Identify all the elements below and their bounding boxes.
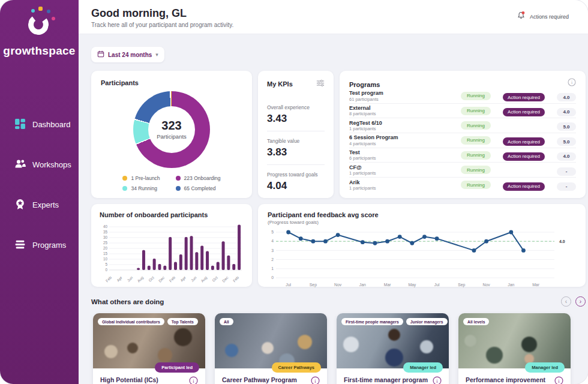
photo-blob — [104, 345, 118, 358]
feedback-chart-card: Participant end feedback avg score (Prog… — [258, 204, 586, 287]
svg-text:10: 10 — [103, 257, 108, 261]
action-required-badge[interactable]: Action required — [503, 182, 545, 191]
legend-label: 34 Running — [131, 185, 157, 191]
sidebar: growthspace DashboardWorkshopsExpertsPro… — [0, 0, 79, 384]
legend-item: 34 Running — [122, 185, 160, 191]
kpi-list: Overall experience3.43Tangible value3.83… — [267, 98, 325, 198]
table-row[interactable]: 6 Session Program4 participantsRunningAc… — [349, 133, 576, 148]
table-row[interactable]: Test program61 participantsRunningAction… — [349, 89, 576, 104]
feedback-line-chart[interactable]: 012345JulSepNovJanMarMayJulSepNovJanMar4… — [268, 226, 576, 293]
score-slot: 5.0 — [557, 120, 576, 131]
onboarded-bar-chart[interactable]: 0510152025303540FebAprJunAugOctDecFebApr… — [100, 222, 244, 288]
workshops-people-icon — [14, 158, 26, 170]
kpi-item: Tangible value3.83 — [267, 131, 325, 165]
legend-dot — [176, 176, 181, 181]
date-range-label: Last 24 months — [108, 52, 152, 58]
score-badge: - — [557, 182, 576, 191]
info-icon[interactable]: i — [189, 376, 198, 384]
svg-text:4: 4 — [271, 239, 274, 243]
program-title-row: First-time manager programi — [344, 376, 442, 384]
program-name: CF@ — [349, 164, 461, 170]
info-icon[interactable]: i — [433, 376, 442, 384]
action-slot: Action required — [497, 135, 551, 146]
program-suggestion-card[interactable]: All levelsManager ledPerformance improve… — [458, 313, 571, 384]
program-name-cell: External8 participants — [349, 105, 461, 116]
action-required-badge[interactable]: Action required — [503, 152, 545, 161]
table-row[interactable]: External8 participantsRunningAction requ… — [349, 104, 576, 119]
audience-tags: All — [220, 318, 233, 325]
legend-label: 65 Completed — [184, 185, 216, 191]
carousel-next-button[interactable]: › — [575, 296, 586, 307]
page-title: Good morning, GL — [91, 7, 187, 20]
program-suggestion-card[interactable]: AllCareer PathwaysCareer Pathway Program… — [215, 313, 327, 384]
programs-card-title: Programs — [349, 81, 380, 88]
table-row[interactable]: Arik1 participantsRunningAction required… — [349, 178, 576, 193]
table-row[interactable]: Test6 participantsRunningAction required… — [349, 148, 576, 163]
action-slot: Action required — [497, 149, 551, 161]
kpi-label: Tangible value — [267, 138, 325, 144]
photo-blob — [174, 328, 192, 346]
others-card-row: Global Individual contributorsTop Talent… — [93, 313, 571, 384]
action-required-badge[interactable]: Action required — [503, 137, 545, 146]
bell-icon[interactable] — [517, 11, 526, 22]
svg-text:Feb: Feb — [232, 275, 240, 283]
program-name-cell: Test program61 participants — [349, 90, 461, 101]
program-card-title: High Potential (ICs) — [100, 376, 158, 384]
sidebar-item-programs[interactable]: Programs — [0, 233, 79, 256]
action-required-badge[interactable]: Action required — [503, 93, 545, 101]
svg-text:0: 0 — [271, 275, 274, 280]
audience-tag: Top Talents — [167, 318, 198, 325]
svg-text:15: 15 — [103, 251, 108, 256]
score-slot: - — [557, 164, 576, 176]
sidebar-item-label: Experts — [32, 200, 59, 209]
kpi-filter-sliders-icon[interactable] — [316, 79, 325, 89]
info-icon[interactable]: i — [554, 376, 563, 384]
svg-text:1: 1 — [271, 266, 274, 271]
program-photo: Global Individual contributorsTop Talent… — [93, 313, 205, 368]
status-badge: Running — [461, 107, 491, 115]
page-subtitle: Track here all of your participant and p… — [91, 22, 233, 28]
logo: growthspace — [0, 8, 79, 58]
svg-text:Mar: Mar — [384, 283, 391, 287]
program-suggestion-card[interactable]: Global Individual contributorsTop Talent… — [93, 313, 205, 384]
program-card-title: Career Pathway Program — [222, 376, 297, 384]
feedback-chart-title: Participant end feedback avg score — [268, 211, 576, 218]
svg-text:25: 25 — [103, 241, 108, 245]
photo-blob — [225, 344, 238, 357]
kpi-label: Overall experience — [267, 104, 325, 110]
feedback-chart-subtitle: (Progress toward goals) — [268, 220, 576, 225]
program-suggestion-card[interactable]: First-time people managersJunior manager… — [337, 313, 449, 384]
svg-text:3: 3 — [271, 248, 274, 253]
program-name-cell: Test6 participants — [349, 149, 461, 161]
sidebar-item-dashboard[interactable]: Dashboard — [0, 113, 79, 136]
growthspace-logo-icon — [23, 8, 56, 40]
svg-text:Oct: Oct — [148, 275, 155, 283]
sidebar-nav: DashboardWorkshopsExpertsPrograms — [0, 113, 79, 274]
action-required-badge[interactable]: Action required — [503, 108, 545, 116]
legend-dot — [176, 186, 181, 191]
program-name: Test — [349, 149, 461, 155]
sidebar-item-workshops[interactable]: Workshops — [0, 153, 79, 176]
sidebar-item-experts[interactable]: Experts — [0, 193, 79, 216]
participants-donut-chart[interactable]: 323 Participants — [133, 91, 210, 168]
program-participants: 61 participants — [349, 97, 461, 102]
svg-text:May: May — [408, 283, 416, 287]
svg-text:i: i — [558, 378, 560, 384]
program-name-cell: 6 Session Program4 participants — [349, 134, 461, 146]
photo-blob — [388, 329, 400, 341]
legend-label: 223 Onboarding — [184, 175, 221, 181]
table-row[interactable]: RegTest 6/101 participantsRunning5.0 — [349, 118, 576, 133]
info-icon[interactable]: i — [311, 376, 320, 384]
others-section-title: What others are doing — [91, 298, 164, 305]
actions-required[interactable]: Actions required — [517, 11, 569, 22]
svg-text:2: 2 — [271, 257, 274, 262]
table-row[interactable]: CF@1 participantsRunning- — [349, 163, 576, 178]
svg-text:20: 20 — [103, 246, 108, 250]
score-badge: - — [557, 167, 576, 176]
onboarded-chart-card: Number of onboarded participants 0510152… — [91, 204, 252, 287]
kpi-value: 3.43 — [267, 113, 325, 125]
info-icon[interactable]: i — [568, 78, 576, 89]
photo-blob — [158, 348, 172, 362]
carousel-prev-button[interactable]: ‹ — [561, 296, 571, 307]
date-range-filter[interactable]: Last 24 months ▾ — [91, 47, 164, 62]
